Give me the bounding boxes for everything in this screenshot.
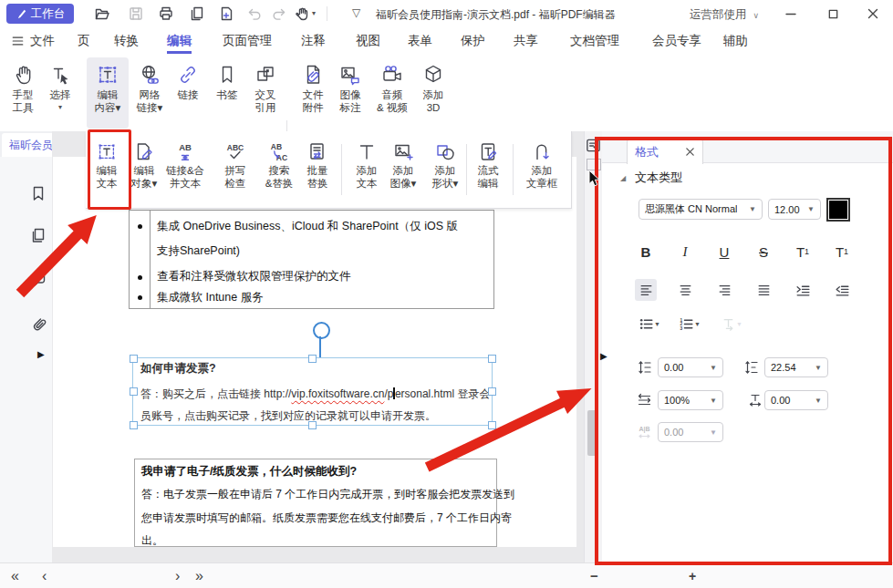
menu-share[interactable]: 共享 <box>514 27 538 54</box>
link-merge-text-button[interactable]: AB 链接&合并文本 <box>161 135 209 204</box>
new-page-icon[interactable] <box>218 5 234 22</box>
menu-member[interactable]: 会员专享 <box>652 27 701 54</box>
menu-page-organize[interactable]: 页面管理 <box>223 27 272 54</box>
edit-content-button[interactable]: 编辑内容▾ <box>87 57 129 129</box>
add-text-button[interactable]: 添加文本 <box>347 135 387 204</box>
selection-handle[interactable] <box>130 355 138 363</box>
pages-panel-icon[interactable] <box>29 226 47 244</box>
menu-form[interactable]: 表单 <box>408 27 432 54</box>
format-tab-close-icon[interactable] <box>685 147 695 157</box>
add-3d-button[interactable]: 添加3D <box>413 57 453 129</box>
bookmarks-panel-icon[interactable] <box>29 184 47 202</box>
menu-file[interactable]: 文件 <box>30 27 55 54</box>
subscript-button[interactable]: T1 <box>829 240 855 263</box>
format-tab[interactable]: 格式 <box>627 139 703 164</box>
line-height-select[interactable]: 22.54▼ <box>764 357 828 377</box>
copy-page-icon[interactable] <box>189 5 205 22</box>
font-color-swatch[interactable] <box>826 198 850 222</box>
menu-protect[interactable]: 保护 <box>461 27 485 54</box>
save-icon[interactable] <box>128 5 144 22</box>
zoom-out-button[interactable]: − <box>590 563 598 588</box>
align-left-button[interactable] <box>635 279 657 301</box>
image-annotation-button[interactable]: 图像标注 <box>330 57 370 129</box>
search-replace-button[interactable]: ABAC 搜索&替换 <box>259 135 299 204</box>
attachments-panel-icon[interactable] <box>29 315 47 333</box>
menu-edit[interactable]: 编辑 <box>167 27 192 54</box>
rotation-handle[interactable] <box>313 322 330 339</box>
minimize-button[interactable] <box>771 0 811 27</box>
hamburger-icon[interactable] <box>11 35 25 47</box>
font-size-select[interactable]: 12.00▼ <box>768 199 821 220</box>
horizontal-scale-select[interactable]: 100%▼ <box>658 390 723 410</box>
left-panel-expand-arrow[interactable]: ▶ <box>37 349 45 359</box>
italic-button[interactable]: I <box>672 240 698 263</box>
format-panel-toggle-icon[interactable] <box>585 137 602 154</box>
close-button[interactable] <box>853 0 893 27</box>
edit-object-button[interactable]: 编辑对象▾ <box>124 135 164 204</box>
spell-check-button[interactable]: ABC 拼写检查 <box>215 135 255 204</box>
next-page-button[interactable]: › <box>175 563 180 588</box>
menu-convert[interactable]: 转换 <box>114 27 139 54</box>
align-center-button[interactable] <box>674 279 696 301</box>
menu-assist[interactable]: 辅助 <box>723 27 748 54</box>
select-tool-button[interactable]: 选择▾ <box>40 57 80 129</box>
hand-mode-icon[interactable] <box>294 5 310 22</box>
add-article-box-button[interactable]: 添加文章框 <box>516 135 567 204</box>
document-scrollbar-thumb[interactable] <box>587 410 598 456</box>
font-family-select[interactable]: 思源黑体 CN Normal▼ <box>639 199 763 220</box>
zoom-in-button[interactable]: + <box>689 563 696 588</box>
underline-button[interactable]: U <box>711 240 737 263</box>
numbered-list-button[interactable]: 123▼ <box>675 313 704 335</box>
superscript-button[interactable]: T1 <box>790 240 815 263</box>
workspace-button[interactable]: 工作台 <box>6 4 74 24</box>
menu-doc-manage[interactable]: 文档管理 <box>570 27 619 54</box>
bookmark-button[interactable]: 书签 <box>207 57 247 129</box>
word-spacing-select[interactable]: 0.00▼ <box>764 390 828 410</box>
first-page-button[interactable]: « <box>11 563 19 588</box>
selection-handle[interactable] <box>488 421 496 429</box>
open-file-icon[interactable] <box>94 5 110 22</box>
bullet-list-button[interactable]: ▼ <box>635 313 664 335</box>
align-right-button[interactable] <box>713 279 735 301</box>
comments-panel-icon[interactable] <box>29 271 47 289</box>
char-spacing-select[interactable]: 0.00▼ <box>658 357 723 377</box>
kerning-select[interactable]: 0.00▼ <box>658 422 723 442</box>
section-collapse-arrow[interactable]: ◢ <box>620 174 626 182</box>
collapse-toolbar-icon[interactable]: ▽ <box>352 6 360 19</box>
hand-mode-dropdown-arrow[interactable]: ▾ <box>312 9 316 17</box>
selection-handle[interactable] <box>130 387 138 396</box>
hand-tool-button[interactable]: 手型工具 <box>3 57 43 129</box>
selection-handle[interactable] <box>130 421 138 429</box>
account-menu[interactable]: 运营部使用 ∨ <box>690 7 759 23</box>
align-justify-button[interactable] <box>753 279 774 301</box>
selection-handle[interactable] <box>308 355 317 363</box>
maximize-button[interactable] <box>813 0 853 27</box>
undo-icon[interactable] <box>245 5 262 22</box>
decrease-indent-button[interactable] <box>831 279 853 301</box>
audio-video-button[interactable]: 音频& 视频 <box>369 57 416 129</box>
menu-view[interactable]: 视图 <box>356 27 380 54</box>
text-direction-button[interactable]: ▼ <box>717 313 746 335</box>
prev-page-button[interactable]: ‹ <box>42 563 47 588</box>
increase-indent-button[interactable] <box>792 279 814 301</box>
menu-clipped-tab[interactable]: 页 <box>78 27 89 54</box>
selected-text-box[interactable]: 如何申请发票? 答：购买之后，点击链接 http://vip.foxitsoft… <box>132 357 493 426</box>
redo-icon[interactable] <box>272 5 288 22</box>
strikethrough-button[interactable]: S <box>751 240 776 263</box>
selection-handle[interactable] <box>308 421 317 429</box>
edit-text-button[interactable]: 编辑文本 <box>87 135 127 204</box>
print-icon[interactable] <box>158 5 174 22</box>
add-image-button[interactable]: 添加图像▾ <box>383 135 423 204</box>
flow-edit-button[interactable]: 流式编辑 <box>469 135 507 204</box>
menu-comment[interactable]: 注释 <box>301 27 326 54</box>
last-page-button[interactable]: » <box>195 563 203 588</box>
file-attachment-button[interactable]: 文件附件 <box>293 57 333 129</box>
selection-handle[interactable] <box>488 355 496 363</box>
add-shape-button[interactable]: 添加形状▾ <box>425 135 465 204</box>
selection-handle[interactable] <box>488 387 496 396</box>
right-panel-expand-arrow[interactable]: ▶ <box>600 351 607 361</box>
cross-reference-button[interactable]: 交叉引用 <box>245 57 286 129</box>
bold-button[interactable]: B <box>633 240 659 263</box>
link-button[interactable]: 链接 <box>168 57 208 129</box>
batch-replace-button[interactable]: 批量替换 <box>297 135 337 204</box>
